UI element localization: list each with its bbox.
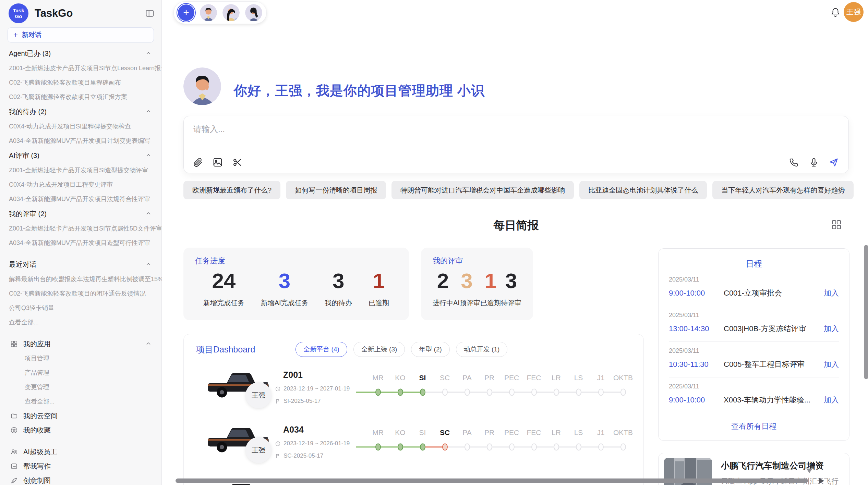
milestone[interactable]: OKTB xyxy=(612,373,634,399)
milestone[interactable]: OKTB xyxy=(612,427,634,454)
sidebar-task-item[interactable]: C02-飞腾新能源轻客改款项目立项汇报方案 xyxy=(0,90,161,104)
image-upload-icon[interactable] xyxy=(213,157,223,167)
sidebar-task-item[interactable]: A034-全新新能源MUV产品开发项目造型可行性评审 xyxy=(0,236,161,250)
my-apps-header[interactable]: 我的应用 xyxy=(0,337,161,351)
join-meeting-link[interactable]: 加入 xyxy=(824,359,839,370)
tool-help-write[interactable]: 帮我写作 xyxy=(0,459,161,473)
app-item[interactable]: 变更管理 xyxy=(0,380,161,394)
assistant-avatar-1[interactable] xyxy=(200,4,217,21)
sidebar-task-item[interactable]: Z001-全新燃油轻卡产品开发项目SI节点属性5D文件评审 xyxy=(0,221,161,236)
milestone-connector xyxy=(378,447,400,448)
section-header[interactable]: 我的评审 (2) xyxy=(0,206,161,221)
chevron-up-icon[interactable] xyxy=(145,108,152,115)
section-header[interactable]: AI评审 (3) xyxy=(0,148,161,163)
milestone[interactable]: KO xyxy=(389,373,411,399)
suggestion-chip[interactable]: 如何写一份清晰的项目周报 xyxy=(286,181,386,199)
chevron-up-icon[interactable] xyxy=(145,152,152,159)
milestone[interactable]: SI xyxy=(411,373,434,399)
join-meeting-link[interactable]: 加入 xyxy=(824,395,839,405)
milestone[interactable]: PR xyxy=(478,427,501,454)
milestone[interactable]: MR xyxy=(367,373,389,399)
chevron-up-icon[interactable] xyxy=(145,50,152,57)
project-row[interactable]: 王强 Z001 2023-12-19 ~ 2027-01-19 SI-2025-… xyxy=(184,364,643,419)
sidebar-task-item[interactable]: A034-全新新能源MUV产品开发项目法规符合性评审 xyxy=(0,192,161,206)
apps-view-all[interactable]: 查看全部... xyxy=(0,394,161,409)
recent-view-all[interactable]: 查看全部... xyxy=(0,315,161,329)
assistant-avatar-3[interactable] xyxy=(245,4,262,21)
sidebar-task-item[interactable]: C0X4-动力总成开发项目SI里程碑提交物检查 xyxy=(0,119,161,134)
milestone[interactable]: LS xyxy=(567,427,590,454)
project-flag-date: SC-2025-05-17 xyxy=(275,452,350,459)
recent-chat-item[interactable]: 公司Q3轻卡销量 xyxy=(0,301,161,315)
milestone[interactable]: SC xyxy=(434,427,456,454)
sidebar-collapse-icon[interactable] xyxy=(145,9,155,18)
suggestion-chip[interactable]: 特朗普可能对进口汽车增税会对中国车企造成哪些影响 xyxy=(391,181,574,199)
dashboard-tab[interactable]: 全新上装 (3) xyxy=(353,342,405,357)
vertical-scrollbar[interactable] xyxy=(864,245,868,379)
add-assistant-button[interactable]: + xyxy=(178,4,194,21)
chevron-up-icon[interactable] xyxy=(145,210,152,217)
project-row[interactable]: 王强 A034 2023-12-19 ~ 2026-01-19 SC-2025-… xyxy=(184,419,643,474)
sidebar-task-item[interactable]: C0X4-动力总成开发项目工程变更评审 xyxy=(0,177,161,192)
suggestion-chip[interactable]: 欧洲新规最近颁布了什么? xyxy=(183,181,280,199)
my-favorites[interactable]: 我的收藏 xyxy=(0,423,161,437)
join-meeting-link[interactable]: 加入 xyxy=(824,324,839,334)
chevron-up-icon[interactable] xyxy=(145,340,152,347)
scissors-icon[interactable] xyxy=(232,157,243,167)
recent-chats-header[interactable]: 最近对话 xyxy=(0,257,161,272)
milestone[interactable]: SC xyxy=(434,373,456,399)
chevron-up-icon[interactable] xyxy=(145,261,152,268)
milestone[interactable]: LR xyxy=(545,427,567,454)
send-icon[interactable] xyxy=(829,157,839,167)
milestone[interactable]: KO xyxy=(389,427,411,454)
scroll-down-arrow-icon[interactable] xyxy=(806,469,812,473)
milestone[interactable]: PA xyxy=(456,373,478,399)
chat-input[interactable] xyxy=(193,124,838,148)
milestone[interactable]: PEC xyxy=(501,427,523,454)
assistant-avatar-2[interactable] xyxy=(222,4,240,21)
view-all-schedule-link[interactable]: 查看所有日程 xyxy=(659,421,849,432)
scroll-right-arrow-icon[interactable] xyxy=(819,478,824,484)
tool-creative-draw[interactable]: 创意制图 xyxy=(0,473,161,485)
dashboard-tab[interactable]: 全新平台 (4) xyxy=(296,342,347,357)
phone-call-icon[interactable] xyxy=(789,157,799,167)
milestone[interactable]: J1 xyxy=(590,427,612,454)
milestone[interactable]: FEC xyxy=(523,427,545,454)
milestone[interactable]: FEC xyxy=(523,373,545,399)
milestone[interactable]: MR xyxy=(367,427,389,454)
milestone[interactable]: LR xyxy=(545,373,567,399)
my-cloud-space[interactable]: 我的云空间 xyxy=(0,409,161,423)
section-header[interactable]: Agent已办 (3) xyxy=(0,46,161,61)
sidebar-task-item[interactable]: C02-飞腾新能源轻客改款项目里程碑画布 xyxy=(0,75,161,90)
tool-label: AI超级员工 xyxy=(23,447,152,457)
tool-ai-employee[interactable]: AI超级员工 xyxy=(0,445,161,459)
layout-grid-icon[interactable] xyxy=(831,219,842,230)
milestone-label: PEC xyxy=(501,373,523,385)
milestone[interactable]: J1 xyxy=(590,373,612,399)
suggestion-chip[interactable]: 当下年轻人对汽车外观有怎样的喜好趋势 xyxy=(712,181,854,199)
app-item[interactable]: 项目管理 xyxy=(0,351,161,365)
section-header[interactable]: 我的待办 (2) xyxy=(0,104,161,119)
microphone-icon[interactable] xyxy=(809,157,819,167)
milestone[interactable]: LS xyxy=(567,373,590,399)
attachment-icon[interactable] xyxy=(193,157,203,167)
sidebar-task-item[interactable]: Z001-全新燃油轻卡产品开发项目SI造型提交物评审 xyxy=(0,163,161,177)
sidebar-task-item[interactable]: Z001-全新燃油皮卡产品开发项目SI节点Lesson Learn报告 xyxy=(0,61,161,75)
recent-chat-item[interactable]: 解释最新出台的欧盟报废车法规再生塑料比例被调至15%... xyxy=(0,272,161,286)
join-meeting-link[interactable]: 加入 xyxy=(824,288,839,298)
milestone[interactable]: PEC xyxy=(501,373,523,399)
milestone[interactable]: PA xyxy=(456,427,478,454)
milestone-dot xyxy=(465,444,470,451)
suggestion-chip[interactable]: 比亚迪全固态电池计划具体说了什么 xyxy=(579,181,707,199)
new-chat-button[interactable]: + 新对话 xyxy=(8,27,154,42)
dashboard-tab[interactable]: 年型 (2) xyxy=(411,342,450,357)
sidebar-task-item[interactable]: A034-全新新能源MUV产品开发项目计划变更表编写 xyxy=(0,134,161,148)
notification-bell-icon[interactable] xyxy=(830,7,841,18)
recent-chat-item[interactable]: C02-飞腾新能源轻客改款项目的闭环通告反馈情况 xyxy=(0,286,161,301)
milestone[interactable]: PR xyxy=(478,373,501,399)
user-avatar[interactable]: 王强 xyxy=(844,2,864,22)
dashboard-tab[interactable]: 动总开发 (1) xyxy=(456,342,508,357)
milestone[interactable]: SI xyxy=(411,427,434,454)
horizontal-scrollbar[interactable] xyxy=(176,478,808,483)
app-item[interactable]: 产品管理 xyxy=(0,365,161,380)
